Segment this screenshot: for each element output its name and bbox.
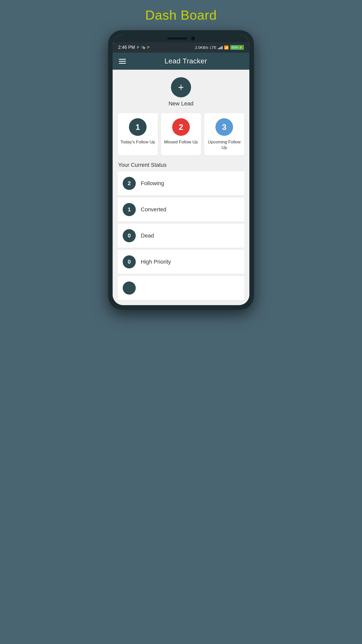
phone-shell: 2:46 PM P 🎭 P 2.0KB/s LTE 📶 65 % ⚡	[108, 30, 254, 310]
dead-label: Dead	[141, 232, 154, 239]
page-title: Dash Board	[145, 8, 217, 23]
network-speed: 2.0KB/s	[195, 45, 208, 50]
status-section-title: Your Current Status	[118, 162, 244, 168]
following-badge: 2	[123, 177, 136, 190]
missed-followup-label: Missed Follow Up	[164, 139, 198, 145]
status-item-following[interactable]: 2 Following	[118, 171, 244, 195]
today-followup-label: Today's Follow Up	[120, 139, 155, 145]
high-priority-label: High Priority	[141, 259, 171, 265]
plus-icon: +	[178, 82, 184, 92]
upcoming-followup-label: Upcoming Follow Up	[207, 139, 242, 150]
upcoming-followup-badge: 3	[215, 118, 233, 136]
main-content: + New Lead 1 Today's Follow Up 2 Missed …	[113, 70, 249, 305]
app-title: Lead Tracker	[127, 57, 244, 65]
converted-badge: 1	[123, 203, 136, 216]
status-item-converted[interactable]: 1 Converted	[118, 197, 244, 222]
time-display: 2:46 PM	[118, 45, 135, 50]
today-followup-card[interactable]: 1 Today's Follow Up	[118, 113, 158, 155]
status-left: 2:46 PM P 🎭 P	[118, 45, 149, 50]
app-icon-p2: P	[147, 46, 150, 49]
partial-badge	[123, 281, 136, 295]
emoji-icon: 🎭	[141, 46, 145, 49]
app-icon-p1: P	[137, 46, 139, 49]
new-lead-label: New Lead	[168, 100, 193, 107]
lte-icon: LTE	[210, 45, 216, 50]
high-priority-badge: 0	[123, 255, 136, 268]
status-section: Your Current Status 2 Following 1 Conver…	[118, 162, 244, 300]
speaker	[167, 37, 187, 39]
following-label: Following	[141, 180, 164, 187]
status-item-partial[interactable]	[118, 276, 244, 300]
hamburger-menu-button[interactable]	[118, 58, 127, 65]
status-bar: 2:46 PM P 🎭 P 2.0KB/s LTE 📶 65 % ⚡	[113, 42, 249, 53]
followup-cards: 1 Today's Follow Up 2 Missed Follow Up 3…	[118, 113, 244, 155]
status-item-dead[interactable]: 0 Dead	[118, 224, 244, 248]
status-item-high-priority[interactable]: 0 High Priority	[118, 250, 244, 274]
app-header: Lead Tracker	[113, 53, 249, 70]
wifi-icon: 📶	[224, 45, 229, 50]
phone-screen: 2:46 PM P 🎭 P 2.0KB/s LTE 📶 65 % ⚡	[113, 35, 249, 305]
new-lead-section: + New Lead	[118, 77, 244, 107]
missed-followup-badge: 2	[172, 118, 190, 136]
status-right: 2.0KB/s LTE 📶 65 % ⚡	[195, 45, 244, 50]
today-followup-badge: 1	[129, 118, 147, 136]
new-lead-button[interactable]: +	[171, 77, 191, 97]
signal-bars	[218, 46, 222, 49]
dead-badge: 0	[123, 229, 136, 242]
upcoming-followup-card[interactable]: 3 Upcoming Follow Up	[204, 113, 244, 155]
battery-icon: 65 % ⚡	[230, 45, 244, 50]
camera	[191, 36, 195, 41]
converted-label: Converted	[141, 206, 166, 213]
missed-followup-card[interactable]: 2 Missed Follow Up	[161, 113, 201, 155]
notch-area	[113, 35, 249, 42]
